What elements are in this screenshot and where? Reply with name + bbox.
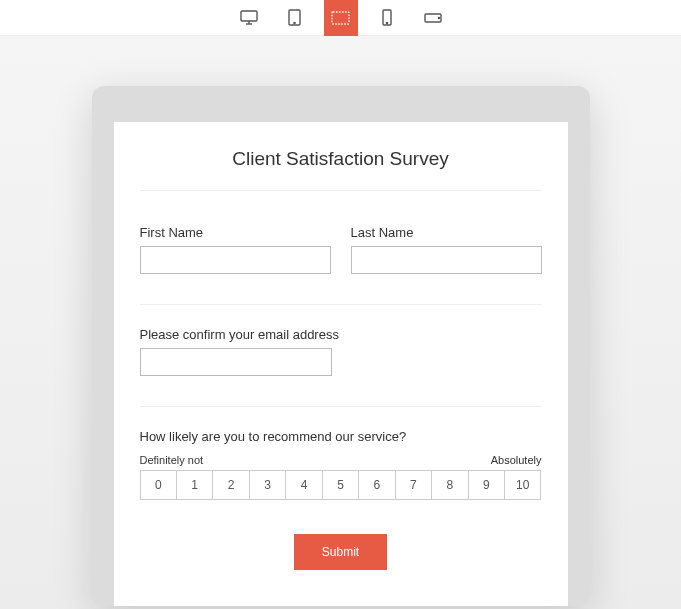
form-title: Client Satisfaction Survey [140, 122, 542, 191]
scale-end-labels: Definitely not Absolutely [140, 454, 542, 466]
tablet-frame: Client Satisfaction Survey First Name La… [92, 86, 590, 606]
svg-point-4 [294, 22, 295, 23]
scale-option-6[interactable]: 6 [358, 470, 395, 500]
tablet-landscape-icon [331, 11, 350, 25]
scale-option-1[interactable]: 1 [176, 470, 213, 500]
svg-rect-5 [332, 12, 349, 24]
recommend-label: How likely are you to recommend our serv… [140, 429, 542, 444]
device-tablet-landscape-button[interactable] [324, 0, 358, 36]
svg-rect-0 [241, 11, 257, 21]
phone-landscape-icon [424, 13, 442, 23]
email-input[interactable] [140, 348, 333, 376]
preview-canvas: Client Satisfaction Survey First Name La… [0, 36, 681, 609]
scale-option-4[interactable]: 4 [285, 470, 322, 500]
device-tablet-portrait-button[interactable] [278, 0, 312, 36]
phone-portrait-icon [382, 9, 392, 26]
name-row: First Name Last Name [140, 225, 542, 274]
device-phone-portrait-button[interactable] [370, 0, 404, 36]
scale-high-label: Absolutely [491, 454, 542, 466]
desktop-icon [240, 10, 258, 26]
submit-wrap: Submit [140, 534, 542, 570]
last-name-label: Last Name [351, 225, 542, 240]
device-desktop-button[interactable] [232, 0, 266, 36]
svg-point-9 [438, 17, 439, 18]
scale-option-0[interactable]: 0 [140, 470, 177, 500]
scale-option-7[interactable]: 7 [395, 470, 432, 500]
scale-option-2[interactable]: 2 [212, 470, 249, 500]
submit-button[interactable]: Submit [294, 534, 387, 570]
scale-low-label: Definitely not [140, 454, 204, 466]
first-name-input[interactable] [140, 246, 331, 274]
divider [140, 304, 542, 305]
last-name-group: Last Name [351, 225, 542, 274]
last-name-input[interactable] [351, 246, 542, 274]
device-toolbar [0, 0, 681, 36]
svg-point-7 [386, 22, 387, 23]
scale-option-5[interactable]: 5 [322, 470, 359, 500]
first-name-group: First Name [140, 225, 331, 274]
divider [140, 406, 542, 407]
email-block: Please confirm your email address [140, 327, 542, 376]
scale-option-9[interactable]: 9 [468, 470, 505, 500]
email-label: Please confirm your email address [140, 327, 542, 342]
survey-form: Client Satisfaction Survey First Name La… [114, 122, 568, 606]
recommend-scale: 0 1 2 3 4 5 6 7 8 9 10 [140, 470, 542, 500]
recommend-block: How likely are you to recommend our serv… [140, 429, 542, 500]
scale-option-3[interactable]: 3 [249, 470, 286, 500]
device-phone-landscape-button[interactable] [416, 0, 450, 36]
scale-option-8[interactable]: 8 [431, 470, 468, 500]
scale-option-10[interactable]: 10 [504, 470, 541, 500]
first-name-label: First Name [140, 225, 331, 240]
tablet-portrait-icon [288, 9, 301, 26]
